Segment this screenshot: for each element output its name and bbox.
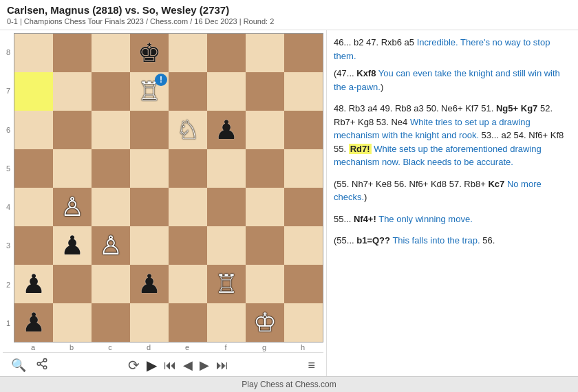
square-b7[interactable] (53, 72, 92, 111)
footer-text: Play Chess at Chess.com (242, 380, 336, 389)
square-e5[interactable] (169, 149, 207, 188)
square-b5[interactable] (53, 149, 92, 188)
rank-7: 7 (3, 72, 14, 110)
square-g2[interactable] (246, 265, 284, 303)
square-c2[interactable] (92, 265, 130, 303)
piece-white-♙: ♙ (61, 192, 84, 222)
prev-move-button[interactable]: ◀ (183, 358, 193, 373)
piece-black-♟: ♟ (22, 269, 45, 299)
next-move-button[interactable]: ▶ (200, 358, 209, 373)
square-e1[interactable] (169, 303, 207, 342)
square-b6[interactable] (53, 111, 92, 149)
board-container: 8 7 6 5 4 3 2 1 ♚♖!♘♟♙♟♙♟♟♖♟♔ a b c d e … (0, 30, 326, 376)
file-d: d (129, 342, 168, 352)
square-a4[interactable] (14, 188, 53, 226)
file-h: h (283, 342, 322, 352)
file-b: b (52, 342, 91, 352)
svg-point-2 (43, 366, 47, 369)
square-f2[interactable]: ♖ (207, 265, 246, 303)
square-d7[interactable]: ♖! (130, 72, 169, 111)
square-c5[interactable] (92, 149, 130, 188)
square-h5[interactable] (284, 149, 323, 188)
square-c7[interactable] (92, 72, 130, 111)
square-e2[interactable] (169, 265, 207, 303)
square-h8[interactable] (284, 34, 323, 72)
square-e6[interactable]: ♘ (169, 111, 207, 149)
square-f5[interactable] (207, 149, 246, 188)
square-h4[interactable] (284, 188, 323, 226)
piece-white-♔: ♔ (253, 307, 277, 338)
square-b2[interactable] (53, 265, 92, 303)
square-f7[interactable] (207, 72, 246, 111)
commentary-line-6: (55... b1=Q?? This falls into the trap. … (334, 234, 571, 248)
rank-4: 4 (3, 188, 14, 226)
square-g5[interactable] (246, 149, 284, 188)
rank-5: 5 (3, 149, 14, 188)
square-c1[interactable] (92, 303, 130, 342)
repeat-icon[interactable]: ⟳ (128, 357, 140, 373)
square-f3[interactable] (207, 226, 246, 265)
piece-black-♟: ♟ (22, 307, 45, 338)
zoom-icon[interactable]: 🔍 (11, 358, 26, 373)
square-e8[interactable] (169, 34, 207, 72)
square-a6[interactable] (14, 111, 53, 149)
square-e3[interactable] (169, 226, 207, 265)
square-d6[interactable] (130, 111, 169, 149)
menu-icon[interactable]: ≡ (308, 358, 315, 372)
square-g6[interactable] (246, 111, 284, 149)
rank-2: 2 (3, 265, 14, 304)
square-d4[interactable] (130, 188, 169, 226)
svg-point-0 (43, 359, 47, 362)
square-c6[interactable] (92, 111, 130, 149)
square-g1[interactable]: ♔ (246, 303, 284, 342)
square-d2[interactable]: ♟ (130, 265, 169, 303)
first-move-button[interactable]: ⏮ (164, 358, 176, 373)
square-c3[interactable]: ♙ (92, 226, 130, 265)
svg-line-3 (40, 364, 43, 367)
svg-line-4 (40, 361, 43, 363)
piece-white-♖: ♖ (215, 269, 238, 299)
square-g8[interactable] (246, 34, 284, 72)
square-d3[interactable] (130, 226, 169, 265)
square-h3[interactable] (284, 226, 323, 265)
rank-6: 6 (3, 111, 14, 149)
square-b4[interactable]: ♙ (53, 188, 92, 226)
square-e7[interactable] (169, 72, 207, 111)
square-c4[interactable] (92, 188, 130, 226)
square-a8[interactable] (14, 34, 53, 72)
commentary-scroll[interactable]: 46... b2 47. Rxb6 a5 Incredible. There's… (327, 30, 578, 376)
square-a1[interactable]: ♟ (14, 303, 53, 342)
commentary-line-5: 55... Nf4+! The only winning move. (334, 213, 571, 226)
square-h2[interactable] (284, 265, 323, 303)
toolbar-right: ≡ (308, 358, 315, 373)
square-f1[interactable] (207, 303, 246, 342)
play-button[interactable]: ▶ (147, 357, 157, 373)
last-move-button[interactable]: ⏭ (216, 358, 228, 373)
board-with-labels: 8 7 6 5 4 3 2 1 ♚♖!♘♟♙♟♙♟♟♖♟♔ (3, 33, 323, 342)
square-b3[interactable]: ♟ (53, 226, 92, 265)
square-g4[interactable] (246, 188, 284, 226)
square-a2[interactable]: ♟ (14, 265, 53, 303)
square-a3[interactable] (14, 226, 53, 265)
square-d1[interactable] (130, 303, 169, 342)
square-d8[interactable]: ♚ (130, 34, 169, 72)
square-f4[interactable] (207, 188, 246, 226)
square-h1[interactable] (284, 303, 323, 342)
square-b1[interactable] (53, 303, 92, 342)
commentary-line-1: 46... b2 47. Rxb6 a5 Incredible. There's… (334, 36, 571, 63)
piece-black-♟: ♟ (215, 115, 238, 145)
square-f8[interactable] (207, 34, 246, 72)
square-g3[interactable] (246, 226, 284, 265)
square-a5[interactable] (14, 149, 53, 188)
square-h7[interactable] (284, 72, 323, 111)
square-b8[interactable] (53, 34, 92, 72)
square-h6[interactable] (284, 111, 323, 149)
square-d5[interactable] (130, 149, 169, 188)
share-icon[interactable] (36, 358, 48, 373)
square-g7[interactable] (246, 72, 284, 111)
square-e4[interactable] (169, 188, 207, 226)
square-f6[interactable]: ♟ (207, 111, 246, 149)
square-a7[interactable] (14, 72, 53, 111)
square-c8[interactable] (92, 34, 130, 72)
rank-8: 8 (3, 33, 14, 72)
